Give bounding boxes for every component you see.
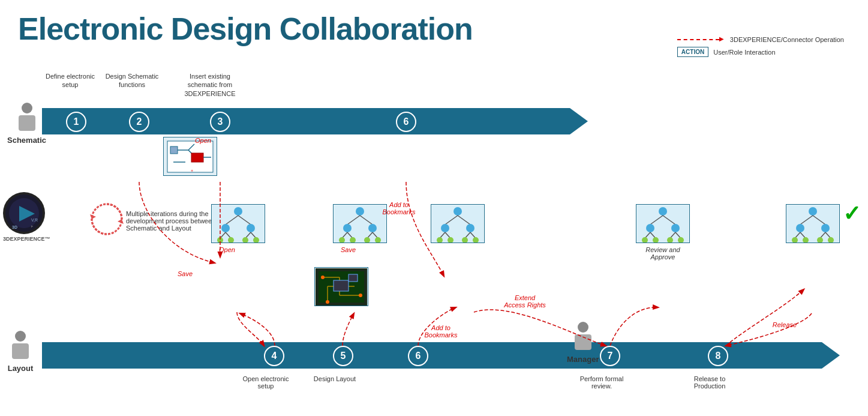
svg-point-35 bbox=[356, 207, 364, 216]
svg-point-24 bbox=[221, 224, 230, 232]
svg-point-81 bbox=[821, 224, 830, 232]
svg-text:+: + bbox=[191, 169, 193, 173]
step-5-circle: 5 bbox=[333, 346, 353, 366]
svg-rect-7 bbox=[191, 153, 203, 162]
step-7-circle: 7 bbox=[600, 346, 620, 366]
review-approve-label: Review and Approve bbox=[633, 246, 693, 261]
svg-point-90 bbox=[15, 331, 26, 342]
open-label-schematic: Open bbox=[195, 137, 211, 144]
step-1-circle: 1 bbox=[66, 112, 86, 132]
step-2-circle: 2 bbox=[129, 112, 149, 132]
svg-rect-3 bbox=[167, 141, 213, 172]
exp-logo-container: 3D V,R i² 3DEXPERIENCE™ bbox=[3, 192, 50, 242]
legend-dashed-arrow-icon bbox=[677, 36, 725, 43]
svg-point-105 bbox=[326, 300, 329, 304]
svg-point-21 bbox=[234, 207, 242, 216]
add-bookmarks-layout-label: Add to Bookmarks bbox=[420, 324, 462, 339]
lane-3dexp: 3D V,R i² 3DEXPERIENCE™ Multiple iterati… bbox=[0, 186, 868, 306]
svg-point-103 bbox=[321, 276, 325, 279]
schematic-arrow-bar bbox=[42, 108, 570, 134]
layout-role-label: Layout bbox=[8, 364, 34, 373]
legend-row-dashed: 3DEXPERIENCE/Connector Operation bbox=[677, 36, 844, 43]
legend-action-box: ACTION bbox=[677, 47, 708, 57]
svg-point-0 bbox=[22, 103, 32, 113]
svg-point-66 bbox=[646, 224, 654, 232]
3dx-thumb-3 bbox=[431, 204, 485, 243]
svg-point-53 bbox=[466, 224, 474, 232]
iteration-arrows bbox=[89, 201, 125, 240]
svg-point-25 bbox=[247, 224, 255, 232]
3dx-thumb-5 bbox=[786, 204, 840, 243]
annotation-step3: Insert existing schematic from 3DEXPERIE… bbox=[183, 72, 237, 98]
3dx-thumb-1 bbox=[211, 204, 265, 243]
step-6-schematic-circle: 6 bbox=[396, 112, 416, 132]
save-action-label: Save bbox=[178, 270, 193, 277]
legend: 3DEXPERIENCE/Connector Operation ACTION … bbox=[677, 36, 844, 57]
lane-layout: Layout Manager 4 5 6 7 8 Open electronic… bbox=[0, 306, 868, 408]
svg-point-49 bbox=[453, 207, 462, 216]
schematic-role: Schematic bbox=[7, 102, 46, 145]
step-6-layout-circle: 6 bbox=[408, 346, 428, 366]
open-label-3dx: Open bbox=[219, 246, 235, 253]
pcb-thumbnail bbox=[314, 267, 368, 306]
svg-point-77 bbox=[809, 207, 817, 216]
svg-text:V,R: V,R bbox=[31, 218, 38, 222]
step5-label: Design Layout bbox=[311, 375, 359, 382]
svg-rect-91 bbox=[12, 343, 29, 359]
svg-text:3D: 3D bbox=[12, 225, 17, 229]
layout-role: Layout bbox=[7, 330, 34, 373]
svg-text:i²: i² bbox=[31, 225, 33, 228]
svg-point-104 bbox=[359, 294, 362, 297]
step8-label: Release to Production bbox=[683, 375, 737, 390]
step7-label: Perform formal review. bbox=[575, 375, 629, 390]
exp-logo-label: 3DEXPERIENCE™ bbox=[3, 236, 50, 242]
svg-rect-10 bbox=[170, 146, 178, 154]
step-3-circle: 3 bbox=[210, 112, 230, 132]
add-bookmarks-schematic-label: Add to Bookmarks bbox=[378, 201, 420, 216]
svg-point-67 bbox=[671, 224, 680, 232]
manager-role: Manager bbox=[567, 321, 599, 364]
svg-point-39 bbox=[368, 224, 377, 232]
lane-schematic: Schematic 1 2 3 6 Define electronic setu… bbox=[0, 72, 868, 186]
exp-logo-circle: 3D V,R i² bbox=[3, 192, 45, 234]
svg-point-63 bbox=[659, 207, 667, 216]
manager-role-label: Manager bbox=[567, 355, 599, 364]
step-4-circle: 4 bbox=[264, 346, 284, 366]
svg-rect-102 bbox=[349, 274, 358, 282]
layout-arrow-bar bbox=[42, 342, 822, 369]
legend-dashed-label: 3DEXPERIENCE/Connector Operation bbox=[730, 36, 844, 43]
extend-access-label: Extend Access Rights bbox=[504, 294, 546, 309]
svg-point-80 bbox=[796, 224, 804, 232]
annotation-step1: Define electronic setup bbox=[43, 72, 97, 89]
annotation-step2: Design Schematic functions bbox=[105, 72, 159, 89]
checkmark-icon: ✓ bbox=[843, 201, 861, 226]
svg-marker-18 bbox=[90, 214, 96, 219]
3dx-thumb-4 bbox=[636, 204, 690, 243]
svg-rect-101 bbox=[334, 280, 349, 291]
legend-action-label: User/Role Interaction bbox=[713, 49, 775, 56]
svg-rect-93 bbox=[575, 334, 591, 350]
step4-label: Open electronic setup bbox=[239, 375, 293, 390]
schematic-role-label: Schematic bbox=[7, 136, 46, 145]
diagram: Schematic 1 2 3 6 Define electronic setu… bbox=[0, 72, 868, 408]
step-8-circle: 8 bbox=[708, 346, 728, 366]
svg-point-92 bbox=[578, 322, 588, 333]
legend-row-action: ACTION User/Role Interaction bbox=[677, 47, 844, 57]
release-label: Release bbox=[767, 321, 803, 328]
svg-rect-1 bbox=[19, 115, 35, 131]
svg-point-38 bbox=[343, 224, 352, 232]
svg-point-52 bbox=[441, 224, 449, 232]
svg-marker-19 bbox=[118, 219, 124, 224]
save-label-3dx: Save bbox=[341, 246, 356, 253]
